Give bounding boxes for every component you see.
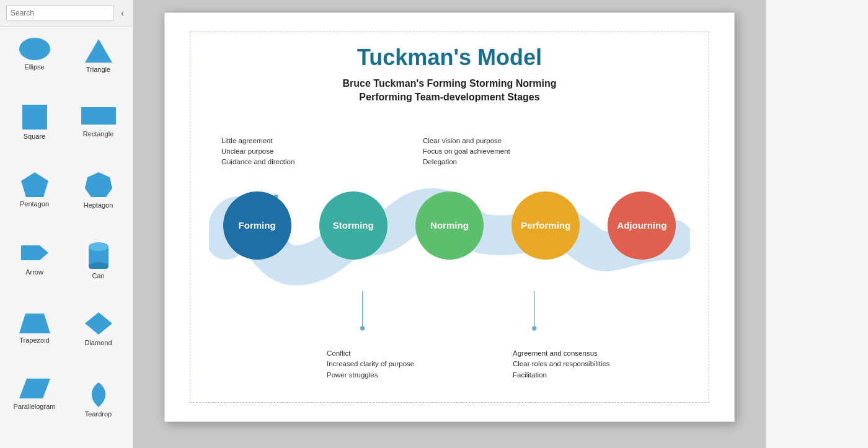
sidebar-header: ‹ (0, 0, 133, 27)
svg-marker-5 (85, 172, 112, 197)
square-icon (22, 105, 47, 130)
performing-bottom-annotation: Agreement and consensusClear roles and r… (513, 348, 610, 380)
stages-row: Forming Storming Norming Performing Adjo… (209, 191, 690, 260)
sidebar-collapse-button[interactable]: ‹ (118, 7, 126, 19)
sidebar-item-trapezoid[interactable]: Trapezoid (2, 305, 66, 372)
svg-point-16 (360, 326, 365, 330)
search-input[interactable] (6, 5, 113, 21)
sidebar-item-diamond[interactable]: Diamond (66, 305, 130, 372)
teardrop-icon (87, 377, 110, 407)
arrow-icon (21, 240, 48, 265)
storming-circle[interactable]: Storming (319, 191, 388, 260)
sidebar: ‹ Ellipse Triangle Square (0, 0, 133, 448)
sidebar-item-pentagon[interactable]: Pentagon (2, 165, 66, 234)
adjourning-circle[interactable]: Adjourning (608, 191, 676, 260)
sidebar-item-heptagon[interactable]: Heptagon (66, 165, 130, 234)
pentagon-label: Pentagon (20, 200, 49, 208)
svg-marker-1 (85, 39, 112, 63)
svg-marker-12 (19, 379, 50, 398)
arrow-label: Arrow (25, 268, 43, 276)
canvas-inner: Tuckman's Model Bruce Tuckman's Forming … (190, 32, 709, 403)
sidebar-item-teardrop[interactable]: Teardrop (66, 371, 130, 443)
diagram-svg (209, 130, 690, 390)
svg-point-8 (89, 242, 108, 251)
canvas-page: Tuckman's Model Bruce Tuckman's Forming … (164, 12, 735, 422)
diagram-title: Tuckman's Model (209, 45, 690, 71)
heptagon-icon (85, 171, 112, 198)
svg-marker-4 (21, 172, 48, 197)
triangle-label: Triangle (86, 66, 110, 73)
diagram-subtitle: Bruce Tuckman's Forming Storming Norming… (209, 77, 690, 105)
pentagon-icon (21, 171, 48, 197)
can-icon (87, 240, 110, 269)
sidebar-item-rectangle[interactable]: Rectangle (66, 99, 130, 165)
right-panel (766, 0, 868, 448)
svg-point-0 (19, 38, 50, 60)
sidebar-item-ellipse[interactable]: Ellipse (2, 32, 66, 99)
rectangle-label: Rectangle (83, 130, 114, 138)
svg-marker-10 (19, 314, 50, 333)
norming-annotation: Clear vision and purposeFocus on goal ac… (423, 136, 510, 168)
sidebar-item-arrow[interactable]: Arrow (2, 234, 66, 305)
main-canvas-area[interactable]: Tuckman's Model Bruce Tuckman's Forming … (133, 0, 766, 448)
diamond-label: Diamond (84, 339, 112, 346)
rectangle-icon (81, 105, 116, 127)
parallelogram-icon (19, 377, 50, 400)
storming-bottom-annotation: ConflictIncreased clarity of purposePowe… (327, 348, 414, 380)
svg-marker-6 (21, 245, 48, 260)
ellipse-label: Ellipse (24, 63, 44, 71)
teardrop-label: Teardrop (85, 410, 112, 418)
can-label: Can (92, 272, 104, 279)
forming-circle[interactable]: Forming (223, 191, 291, 260)
diamond-icon (84, 311, 113, 336)
performing-circle[interactable]: Performing (512, 191, 580, 260)
trapezoid-label: Trapezoid (19, 336, 50, 344)
norming-circle[interactable]: Norming (415, 191, 484, 260)
shapes-panel: Ellipse Triangle Square Rectangle (0, 27, 133, 448)
ellipse-icon (19, 38, 50, 60)
svg-rect-3 (81, 107, 116, 125)
trapezoid-icon (19, 311, 50, 333)
square-label: Square (24, 133, 45, 140)
diagram-area: Little agreementUnclear purposeGuidance … (209, 130, 690, 390)
heptagon-label: Heptagon (84, 201, 113, 209)
svg-point-20 (532, 326, 536, 330)
forming-annotation: Little agreementUnclear purposeGuidance … (221, 136, 294, 168)
svg-rect-2 (22, 105, 47, 130)
sidebar-item-can[interactable]: Can (66, 234, 130, 305)
parallelogram-label: Parallelogram (14, 403, 56, 410)
triangle-icon (85, 38, 112, 63)
sidebar-item-triangle[interactable]: Triangle (66, 32, 130, 99)
svg-marker-11 (85, 312, 112, 335)
sidebar-item-square[interactable]: Square (2, 99, 66, 165)
sidebar-item-parallelogram[interactable]: Parallelogram (2, 371, 66, 443)
